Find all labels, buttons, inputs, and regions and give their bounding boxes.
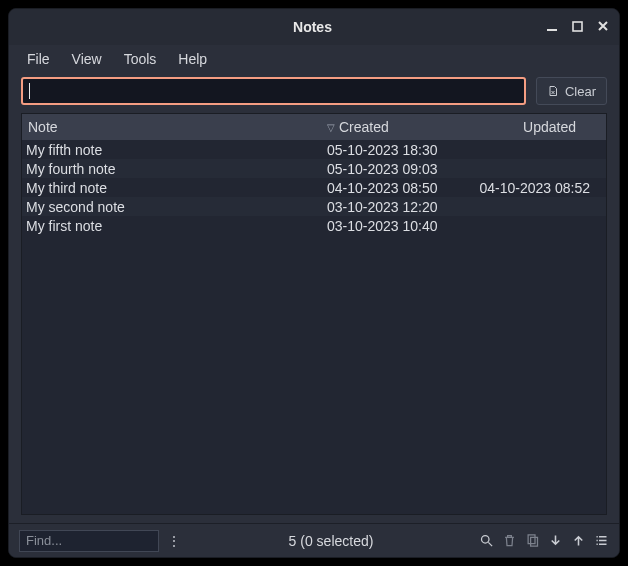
cell-created: 05-10-2023 09:03 <box>327 161 477 177</box>
svg-rect-4 <box>531 537 538 546</box>
clear-button[interactable]: Clear <box>536 77 607 105</box>
table-body: My fifth note05-10-2023 18:30My fourth n… <box>22 140 606 514</box>
close-button[interactable] <box>597 20 609 34</box>
table-row[interactable]: My fourth note05-10-2023 09:03 <box>22 159 606 178</box>
table-row[interactable]: My fifth note05-10-2023 18:30 <box>22 140 606 159</box>
cell-created: 03-10-2023 12:20 <box>327 199 477 215</box>
column-header-updated[interactable]: Updated <box>477 119 606 135</box>
cell-created: 03-10-2023 10:40 <box>327 218 477 234</box>
table-row[interactable]: My third note04-10-2023 08:5004-10-2023 … <box>22 178 606 197</box>
move-down-icon[interactable] <box>548 533 563 548</box>
menu-file[interactable]: File <box>17 47 60 71</box>
copy-icon[interactable] <box>525 533 540 548</box>
clear-button-label: Clear <box>565 84 596 99</box>
search-input[interactable] <box>23 79 524 103</box>
menu-view[interactable]: View <box>62 47 112 71</box>
menu-help[interactable]: Help <box>168 47 217 71</box>
clear-icon <box>547 85 559 97</box>
cell-note: My fourth note <box>22 161 327 177</box>
svg-rect-1 <box>573 22 582 31</box>
column-header-note[interactable]: Note <box>22 119 327 135</box>
list-view-icon[interactable] <box>594 533 609 548</box>
svg-point-2 <box>482 536 490 544</box>
cell-updated: 04-10-2023 08:52 <box>477 180 606 196</box>
find-options-icon[interactable]: ⋮ <box>165 533 183 549</box>
minimize-button[interactable] <box>546 20 558 34</box>
table-row[interactable]: My first note03-10-2023 10:40 <box>22 216 606 235</box>
cell-created: 05-10-2023 18:30 <box>327 142 477 158</box>
status-summary: 5 (0 selected) <box>189 533 473 549</box>
notes-table: Note ▽ Created Updated My fifth note05-1… <box>21 113 607 515</box>
find-input[interactable] <box>19 530 159 552</box>
titlebar: Notes <box>9 9 619 45</box>
search-icon[interactable] <box>479 533 494 548</box>
menu-tools[interactable]: Tools <box>114 47 167 71</box>
move-up-icon[interactable] <box>571 533 586 548</box>
cell-note: My fifth note <box>22 142 327 158</box>
cell-note: My first note <box>22 218 327 234</box>
app-window: Notes File View Tools Help Clear <box>8 8 620 558</box>
table-row[interactable]: My second note03-10-2023 12:20 <box>22 197 606 216</box>
delete-icon[interactable] <box>502 533 517 548</box>
sort-desc-icon: ▽ <box>327 122 335 133</box>
text-caret <box>29 83 30 99</box>
search-box[interactable] <box>21 77 526 105</box>
svg-rect-3 <box>528 535 535 544</box>
menubar: File View Tools Help <box>9 45 619 73</box>
svg-rect-0 <box>547 29 557 31</box>
maximize-button[interactable] <box>572 21 583 34</box>
window-title: Notes <box>79 19 546 35</box>
cell-note: My third note <box>22 180 327 196</box>
column-header-created[interactable]: ▽ Created <box>327 119 477 135</box>
statusbar: ⋮ 5 (0 selected) <box>9 523 619 557</box>
cell-note: My second note <box>22 199 327 215</box>
cell-created: 04-10-2023 08:50 <box>327 180 477 196</box>
table-header: Note ▽ Created Updated <box>22 114 606 140</box>
